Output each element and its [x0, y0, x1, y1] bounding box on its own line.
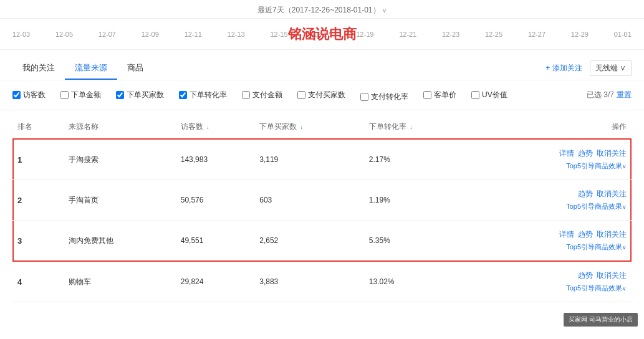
wireless-chevron-icon: ∨ [620, 64, 626, 72]
metric-checkbox[interactable] [60, 91, 69, 99]
action-趋势[interactable]: 趋势 [578, 230, 593, 239]
col-rank: 排名 [12, 115, 64, 139]
date-label: 12-27 [528, 31, 545, 38]
metric-item[interactable]: 下单金额 [60, 90, 101, 100]
sort-buyers-icon: ↓ [300, 124, 304, 130]
action-详情[interactable]: 详情 [559, 230, 574, 239]
metric-item[interactable]: 访客数 [12, 90, 46, 100]
cell-rank: 3 [12, 221, 64, 262]
cell-buyers: 3,119 [254, 139, 364, 180]
top5-link[interactable]: Top5引导商品效果∨ [478, 284, 627, 293]
metric-item[interactable]: 支付金额 [242, 90, 282, 100]
metric-label: 下单金额 [71, 90, 101, 100]
table-row: 2手淘首页50,5766031.19%趋势取消关注Top5引导商品效果∨ [12, 180, 632, 221]
date-label: 12-11 [185, 31, 202, 38]
data-table: 排名 来源名称 访客数 ↓ 下单买家数 ↓ 下单转化率 ↓ 操作 1手淘搜索14… [12, 115, 632, 302]
top5-link[interactable]: Top5引导商品效果∨ [478, 242, 627, 252]
tabs-bar: 我的关注 流量来源 商品 + 添加关注 无线端 ∨ [0, 56, 644, 80]
metric-checkbox[interactable] [242, 91, 250, 99]
cell-source-name: 淘内免费其他 [64, 221, 176, 262]
cell-conversion: 5.35% [364, 221, 474, 262]
cell-rank: 4 [12, 261, 64, 302]
tab-products[interactable]: 商品 [117, 56, 153, 80]
metric-item[interactable]: 客单价 [423, 90, 456, 100]
top5-chevron-icon: ∨ [622, 163, 627, 170]
action-取消关注[interactable]: 取消关注 [597, 149, 627, 158]
date-label: 12-05 [55, 31, 73, 38]
action-links: 详情趋势取消关注Top5引导商品效果∨ [478, 229, 627, 252]
action-详情[interactable]: 详情 [559, 149, 574, 158]
date-label: 01-01 [614, 31, 632, 38]
date-label: 12-29 [571, 31, 589, 38]
col-buyers[interactable]: 下单买家数 ↓ [254, 115, 364, 139]
table-body: 1手淘搜索143,9833,1192.17%详情趋势取消关注Top5引导商品效果… [12, 139, 632, 302]
metric-item[interactable]: UV价值 [471, 90, 507, 100]
action-取消关注[interactable]: 取消关注 [597, 230, 627, 239]
date-range-bar[interactable]: 最近7天（2017-12-26~2018-01-01） ∨ [0, 0, 644, 19]
metric-label: 下单买家数 [127, 90, 164, 100]
date-label: 12-19 [356, 31, 373, 38]
action-取消关注[interactable]: 取消关注 [597, 271, 627, 280]
tab-my-follows[interactable]: 我的关注 [12, 56, 65, 80]
action-取消关注[interactable]: 取消关注 [597, 189, 627, 198]
metric-item[interactable]: 支付买家数 [297, 90, 345, 100]
cell-visitors: 49,551 [176, 221, 254, 262]
add-follow-button[interactable]: + 添加关注 [545, 63, 582, 74]
reset-button[interactable]: 重置 [617, 90, 632, 99]
metrics-count-label: 已选 3/7 [587, 90, 614, 99]
cell-actions: 详情趋势取消关注Top5引导商品效果∨ [473, 221, 632, 262]
table-container: 排名 来源名称 访客数 ↓ 下单买家数 ↓ 下单转化率 ↓ 操作 1手淘搜索14… [0, 115, 644, 302]
action-links: 趋势取消关注Top5引导商品效果∨ [478, 189, 627, 211]
sort-visitors-icon: ↓ [206, 124, 209, 130]
metric-label: 支付买家数 [308, 90, 345, 100]
metric-checkbox[interactable] [12, 91, 21, 99]
action-趋势[interactable]: 趋势 [578, 189, 593, 198]
date-labels: 12-0312-0512-0712-0912-1112-1312-1512-17… [12, 31, 632, 38]
metric-label: 支付转化率 [371, 92, 408, 102]
dropdown-icon[interactable]: ∨ [382, 7, 387, 14]
action-趋势[interactable]: 趋势 [578, 271, 593, 280]
metric-label: 访客数 [23, 90, 46, 100]
metrics-bar: 访客数下单金额下单买家数下单转化率支付金额支付买家数支付转化率客单价UV价值已选… [0, 80, 644, 110]
cell-source-name: 手淘搜索 [64, 139, 176, 180]
tab-traffic-source[interactable]: 流量来源 [65, 56, 117, 80]
metric-checkbox[interactable] [297, 91, 305, 99]
sort-conversion-icon: ↓ [410, 124, 413, 130]
date-range-label: 最近7天（2017-12-26~2018-01-01） [257, 6, 380, 14]
action-links: 趋势取消关注Top5引导商品效果∨ [478, 270, 627, 293]
col-visitors[interactable]: 访客数 ↓ [176, 115, 254, 139]
action-趋势[interactable]: 趋势 [578, 149, 593, 158]
cell-actions: 趋势取消关注Top5引导商品效果∨ [473, 261, 632, 302]
metric-checkbox[interactable] [423, 91, 431, 99]
cell-buyers: 2,652 [254, 221, 364, 262]
table-row: 4购物车29,8243,88313.02%趋势取消关注Top5引导商品效果∨ [12, 261, 632, 302]
metric-item[interactable]: 下单转化率 [179, 90, 227, 100]
date-label: 12-21 [399, 31, 416, 38]
metric-item[interactable]: 下单买家数 [116, 90, 164, 100]
date-label: 12-03 [12, 31, 30, 38]
metric-label: 支付金额 [252, 90, 282, 100]
wireless-button[interactable]: 无线端 ∨ [590, 60, 632, 76]
col-actions: 操作 [473, 115, 632, 139]
metric-checkbox[interactable] [116, 91, 124, 99]
table-header: 排名 来源名称 访客数 ↓ 下单买家数 ↓ 下单转化率 ↓ 操作 [12, 115, 632, 139]
date-label: 12-25 [485, 31, 502, 38]
cell-rank: 2 [12, 180, 64, 221]
cell-actions: 趋势取消关注Top5引导商品效果∨ [473, 180, 632, 221]
metric-checkbox[interactable] [471, 91, 479, 99]
cell-visitors: 143,983 [176, 139, 254, 180]
metric-checkbox[interactable] [360, 93, 368, 101]
cell-actions: 详情趋势取消关注Top5引导商品效果∨ [473, 139, 632, 180]
date-axis: 12-0312-0512-0712-0912-1112-1312-1512-17… [0, 19, 644, 50]
col-conversion[interactable]: 下单转化率 ↓ [364, 115, 474, 139]
metric-label: 下单转化率 [190, 90, 227, 100]
metric-item[interactable]: 支付转化率 [360, 92, 408, 102]
date-label: 12-17 [313, 31, 330, 38]
top5-link[interactable]: Top5引导商品效果∨ [478, 161, 627, 171]
date-label: 12-23 [442, 31, 459, 38]
tabs-right: + 添加关注 无线端 ∨ [545, 60, 632, 76]
metric-checkbox[interactable] [179, 91, 187, 99]
cell-source-name: 手淘首页 [64, 180, 176, 221]
date-label: 12-13 [228, 31, 245, 38]
top5-link[interactable]: Top5引导商品效果∨ [478, 202, 627, 211]
